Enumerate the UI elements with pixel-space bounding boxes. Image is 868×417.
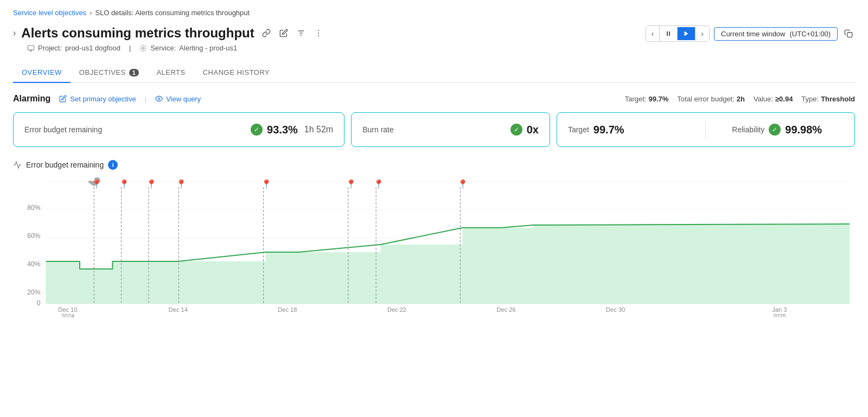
objectives-badge: 1 <box>129 69 139 76</box>
stat-value: Value: ≥0.94 <box>754 95 793 103</box>
svg-point-5 <box>318 35 319 36</box>
svg-text:Dec 10: Dec 10 <box>58 306 77 313</box>
error-budget-value: 93.3% <box>267 124 298 136</box>
copy-button[interactable] <box>842 27 855 40</box>
svg-text:40%: 40% <box>27 260 40 268</box>
page-header: › Alerts consuming metrics throughput <box>13 25 855 52</box>
time-pause-button[interactable] <box>660 27 678 40</box>
time-play-button[interactable] <box>678 27 695 40</box>
error-budget-card: Error budget remaining ✓ 93.3% 1h 52m <box>13 112 344 147</box>
tab-alerts[interactable]: ALERTS <box>148 63 194 83</box>
title-actions <box>260 27 325 40</box>
breadcrumb: Service level objectives › SLO details: … <box>13 9 855 17</box>
tab-overview[interactable]: OVERVIEW <box>13 63 71 83</box>
breadcrumb-current: SLO details: Alerts consuming metrics th… <box>95 9 250 17</box>
svg-point-3 <box>318 30 319 31</box>
svg-point-9 <box>143 47 145 49</box>
service-value: Alerting - prod-us1 <box>179 44 237 52</box>
more-icon-button[interactable] <box>312 27 325 40</box>
tab-objectives[interactable]: OBJECTIVES 1 <box>71 63 148 83</box>
metric-cards: Error budget remaining ✓ 93.3% 1h 52m Bu… <box>13 112 855 147</box>
svg-rect-10 <box>667 31 668 36</box>
svg-text:📍: 📍 <box>91 179 103 189</box>
chart-section: Error budget remaining i 20% <box>13 160 855 317</box>
section-left: Alarming Set primary objective | View qu… <box>13 94 201 104</box>
meta-project: Project: prod-us1 dogfood <box>27 44 120 52</box>
error-budget-label: Error budget remaining <box>24 125 102 134</box>
stat-target: Target: 99.7% <box>625 95 669 103</box>
svg-text:Dec 26: Dec 26 <box>496 306 515 313</box>
timezone-label: (UTC+01:00) <box>790 30 831 38</box>
burn-rate-value-group: ✓ 0x <box>510 124 539 136</box>
burn-rate-check-icon: ✓ <box>510 124 522 136</box>
chart-header: Error budget remaining i <box>13 160 855 170</box>
svg-text:📍: 📍 <box>176 179 187 189</box>
page-container: Service level objectives › SLO details: … <box>0 0 868 326</box>
title-row: › Alerts consuming metrics throughput <box>13 25 325 41</box>
stat-type: Type: Threshold <box>801 95 855 103</box>
svg-text:Dec 22: Dec 22 <box>387 306 406 313</box>
svg-point-4 <box>318 33 319 34</box>
view-query-action[interactable]: View query <box>155 95 201 103</box>
burn-rate-card: Burn rate ✓ 0x <box>351 112 550 147</box>
svg-text:Dec 14: Dec 14 <box>169 306 188 313</box>
reliability-check-icon: ✓ <box>769 124 781 136</box>
reliability-value: 99.98% <box>785 124 822 136</box>
breadcrumb-link[interactable]: Service level objectives <box>13 9 86 17</box>
svg-point-14 <box>158 98 160 100</box>
svg-text:Jan 3: Jan 3 <box>772 306 787 313</box>
meta-row: Project: prod-us1 dogfood | Service: Ale… <box>27 44 325 52</box>
chart-header-icon <box>13 161 22 169</box>
filter-icon-button[interactable] <box>295 27 308 40</box>
time-next-button[interactable]: › <box>695 26 709 41</box>
edit-icon-button[interactable] <box>277 27 290 40</box>
tab-change-history[interactable]: CHANGE HISTORY <box>194 63 279 83</box>
set-primary-action[interactable]: Set primary objective <box>59 95 136 103</box>
link-icon-button[interactable] <box>260 27 273 40</box>
svg-text:0: 0 <box>37 299 41 307</box>
svg-marker-12 <box>685 31 688 36</box>
project-label: Project: <box>38 44 62 52</box>
tabs: OVERVIEW OBJECTIVES 1 ALERTS CHANGE HIST… <box>13 63 855 83</box>
chart-container: 20% 40% 60% 80% 0 <box>13 176 855 317</box>
card-divider <box>705 121 706 138</box>
svg-text:📍: 📍 <box>261 179 272 189</box>
svg-text:📍: 📍 <box>373 179 385 189</box>
time-prev-button[interactable]: ‹ <box>646 26 660 41</box>
error-budget-sub: 1h 52m <box>304 125 333 134</box>
svg-text:📍: 📍 <box>457 179 469 189</box>
svg-marker-27 <box>46 224 849 304</box>
chart-svg: 20% 40% 60% 80% 0 <box>13 176 855 317</box>
burn-rate-label: Burn rate <box>362 125 394 134</box>
error-budget-check-icon: ✓ <box>251 124 263 136</box>
svg-rect-11 <box>669 31 670 36</box>
burn-rate-value: 0x <box>527 124 539 136</box>
svg-text:2024: 2024 <box>61 313 74 317</box>
target-label: Target <box>568 125 589 134</box>
svg-text:2025: 2025 <box>773 313 787 317</box>
svg-text:80%: 80% <box>27 204 40 211</box>
service-label: Service: <box>150 44 176 52</box>
svg-text:📍: 📍 <box>119 179 130 189</box>
time-controls: ‹ › <box>646 25 710 42</box>
svg-text:📍: 📍 <box>146 179 157 189</box>
breadcrumb-separator: › <box>90 9 92 17</box>
time-window: Current time window (UTC+01:00) <box>714 27 838 41</box>
chart-title: Error budget remaining <box>26 161 104 169</box>
expand-icon[interactable]: › <box>13 28 16 38</box>
project-value: prod-us1 dogfood <box>65 44 120 52</box>
target-reliability-card: Target 99.7% Reliability ✓ 99.98% <box>557 112 855 147</box>
svg-text:📍: 📍 <box>346 179 357 189</box>
meta-service: Service: Alerting - prod-us1 <box>139 44 237 52</box>
reliability-label: Reliability <box>732 125 764 134</box>
svg-text:60%: 60% <box>27 232 40 240</box>
svg-text:20%: 20% <box>27 288 40 296</box>
section-header: Alarming Set primary objective | View qu… <box>13 94 855 104</box>
stat-error-budget: Total error budget: 2h <box>677 95 745 103</box>
info-icon[interactable]: i <box>108 160 118 170</box>
page-title: Alerts consuming metrics throughput <box>21 25 254 41</box>
target-value: 99.7% <box>593 124 624 136</box>
section-title: Alarming <box>13 94 50 104</box>
header-right: ‹ › Current time window (UTC+01:00) <box>646 25 855 42</box>
svg-rect-13 <box>847 33 852 37</box>
